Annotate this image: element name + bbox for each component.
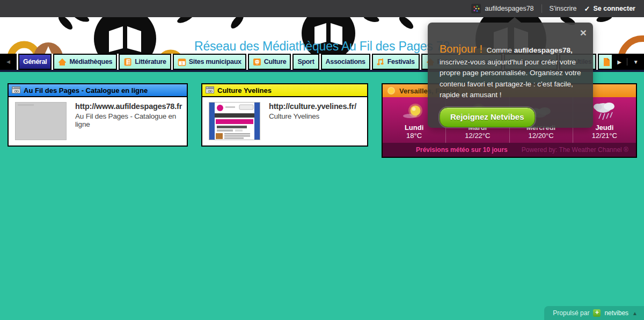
widget-catalogue-body: http://www.aufildespages78.fr Au Fil des… [9,97,187,144]
close-icon[interactable]: × [580,27,587,38]
catalogue-url-link[interactable]: http://www.aufildespages78.fr [75,102,182,111]
tab-litterature[interactable]: Littérature [119,54,171,70]
tab-label: Culture [264,58,287,66]
tab-associations[interactable]: Associations [321,54,370,70]
svg-text:1: 1 [181,61,183,65]
collapse-bar-icon[interactable]: ▲ [632,310,638,316]
chevron-left-icon: ◀ [6,59,10,64]
tab-culture[interactable]: Culture [248,54,291,70]
weather-day-temp: 12/20°C [510,132,573,140]
login-label: Se connecter [593,5,635,12]
weather-provider-label: Powered by: The Weather Channel ® [522,146,628,154]
catalogue-caption: Au Fil des Pages - Catalogue en ligne [75,112,182,128]
tabs-nav-right: ▶ ▼ [612,54,644,70]
tab-sport[interactable]: Sport [292,54,319,70]
calendar-icon: 1 [178,58,186,66]
tab-sites-municipaux[interactable]: 1Sites municipaux [173,54,246,70]
widget-catalogue-header[interactable]: Au Fil des Pages - Catalogue en ligne [9,84,187,97]
popup-username: aufildespages78, [514,46,573,54]
tab-mediatheques[interactable]: Médiathèques [53,54,117,70]
book-icon [123,58,132,66]
join-netvibes-button[interactable]: Rejoignez Netvibes [440,107,535,127]
culture-url-link[interactable]: http://culture.yvelines.fr/ [269,102,376,111]
tab-label: Médiathèques [69,58,112,66]
widget-culture-body: http://culture.yvelines.fr/ Culture Yvel… [202,97,367,144]
weather-footer: Prévisions météo sur 10 jours Powered by… [383,143,636,157]
page-icon [603,57,611,67]
widget-catalogue: Au Fil des Pages - Catalogue en ligne ht… [8,83,188,147]
catalogue-thumbnail[interactable] [15,102,67,140]
tab-label: Général [23,58,47,66]
culture-site-preview [209,103,260,140]
webpage-icon [12,86,20,94]
popup-notch [508,17,521,23]
tab-label: Sites municipaux [189,58,241,66]
webpage-icon [206,86,214,94]
topbar-divider [541,4,542,13]
weather-day-temp: 18°C [383,132,445,140]
tab-festivals[interactable]: Festivals [372,54,420,70]
popup-comme: Comme [487,46,512,54]
thumbnail-placeholder-line [18,104,34,106]
weather-day-temp: 12/22°C [446,132,509,140]
tab-label: Sport [297,58,314,66]
popup-greeting: Bonjour ! [440,43,482,55]
tab-label: Festivals [387,58,415,66]
check-icon: ✓ [584,5,590,13]
tabs-dropdown-button[interactable]: ▼ [633,59,639,65]
culture-text-block: http://culture.yvelines.fr/ Culture Yvel… [269,102,376,120]
tab-label: Littérature [135,58,166,66]
tab-general[interactable]: Général [18,54,52,70]
tab-label: Associations [326,58,365,66]
weather-day-temp: 12/21°C [573,132,636,140]
catalogue-text-block: http://www.aufildespages78.fr Au Fil des… [75,102,182,128]
popup-body-text: inscrivez-vous aujourd'hui pour créer vo… [440,58,581,99]
tabs-next-button[interactable]: ▶ [617,59,621,65]
mask-icon [253,58,261,66]
culture-site-thumbnail[interactable] [209,102,260,140]
widget-catalogue-title: Au Fil des Pages - Catalogue en ligne [24,86,148,94]
username-label: aufildespages78 [485,5,534,12]
widget-culture-title: Culture Yvelines [217,86,272,94]
netvibes-avatar-icon [471,4,481,13]
signup-link[interactable]: S'inscrire [550,5,577,12]
sun-icon [387,86,396,95]
widget-culture-header[interactable]: Culture Yvelines [202,84,367,97]
tabs-nav-divider [627,58,627,66]
popup-message: Bonjour ! Comme aufildespages78, inscriv… [428,23,593,127]
netvibes-brand-label[interactable]: netvibes [604,309,628,317]
powered-by-bar: Propulsé par + netvibes ▲ [544,306,644,320]
user-menu[interactable]: aufildespages78 [471,4,534,13]
powered-by-label: Propulsé par [553,309,589,317]
widget-culture-yvelines: Culture Yvelines http:// [201,83,368,147]
login-button[interactable]: ✓ Se connecter [584,5,635,13]
music-icon [377,58,385,66]
house-icon [58,58,67,66]
weather-forecast-link[interactable]: Prévisions météo sur 10 jours [416,146,508,154]
netvibes-plus-icon[interactable]: + [593,309,601,317]
tabs-prev-button[interactable]: ◀ [0,54,17,70]
topbar: aufildespages78 S'inscrire ✓ Se connecte… [0,0,644,17]
culture-caption: Culture Yvelines [269,112,376,120]
welcome-popup: × Bonjour ! Comme aufildespages78, inscr… [428,23,593,128]
